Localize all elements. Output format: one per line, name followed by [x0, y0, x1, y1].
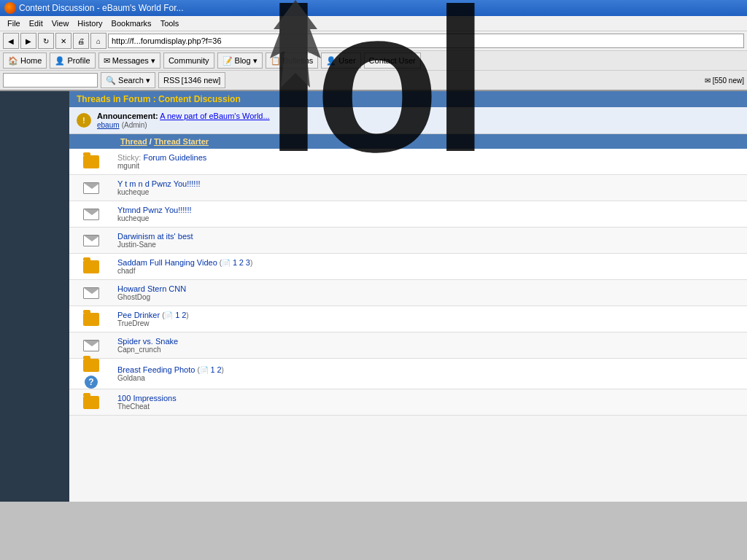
menu-edit[interactable]: Edit	[25, 18, 47, 29]
thread-info: 100 Impressions TheCheat	[113, 391, 747, 413]
thread-starter: GhostDog	[117, 293, 743, 301]
toolbar-icons: ✉ [550 new]	[705, 77, 744, 85]
thread-pages: (📄 1 2 3)	[220, 259, 252, 267]
thread-title: Darwinism at its' best	[117, 232, 743, 241]
thread-info: Y t m n d Pwnz You!!!!!! kucheque	[113, 176, 747, 199]
thread-link[interactable]: Saddam Full Hanging Video	[117, 258, 217, 267]
thread-pages: (📄 1 2)	[162, 311, 188, 319]
sticky-label: Sticky:	[117, 153, 143, 162]
menu-tools[interactable]: Tools	[156, 18, 184, 29]
thread-link[interactable]: Ytmnd Pwnz You!!!!!!	[117, 206, 192, 214]
breadcrumb-forum: Content Discussion	[158, 94, 241, 104]
row-icon	[69, 287, 113, 299]
back-button[interactable]: ◀	[3, 33, 19, 49]
thread-title: Pee Drinker (📄 1 2)	[117, 311, 743, 319]
page-link[interactable]: 2	[217, 365, 221, 374]
row-icon	[69, 340, 113, 351]
address-input[interactable]	[108, 34, 744, 48]
title-bar: Content Discussion - eBaum's World For..…	[0, 0, 747, 16]
thread-starter: chadf	[117, 267, 743, 275]
search-input[interactable]	[3, 73, 98, 88]
thread-info: Sticky: Forum Guidelines mgunit	[113, 150, 747, 173]
row-icon	[69, 260, 113, 273]
search-toolbar: 🔍 Search ▾ RSS [1346 new] ✉ [550 new]	[0, 71, 747, 91]
announcement-label: Announcement:	[97, 112, 158, 120]
thread-list: Sticky: Forum Guidelines mgunit Y t m n …	[69, 149, 747, 416]
envelope-icon	[83, 182, 99, 194]
starter-sort-link[interactable]: Thread Starter	[154, 137, 209, 146]
page-link[interactable]: 1	[175, 311, 179, 319]
menu-history[interactable]: History	[73, 18, 107, 29]
search-button[interactable]: 🔍 Search ▾	[101, 72, 155, 88]
contact-nav-button[interactable]: Contact User	[364, 52, 421, 69]
thread-info: Ytmnd Pwnz You!!!!!! kucheque	[113, 203, 747, 225]
thread-link[interactable]: Breast Feeding Photo	[117, 365, 195, 374]
user-nav-button[interactable]: 👤 User	[321, 52, 360, 69]
thread-link[interactable]: Howard Stern CNN	[117, 284, 186, 293]
thread-link[interactable]: Spider vs. Snake	[117, 337, 178, 346]
page-link[interactable]: 2	[182, 311, 186, 319]
firefox-icon	[4, 2, 16, 14]
address-bar	[108, 34, 744, 48]
announcement-link[interactable]: A new part of eBaum's World...	[160, 112, 269, 120]
thread-info: Saddam Full Hanging Video (📄 1 2 3) chad…	[113, 255, 747, 278]
home-button[interactable]: ⌂	[90, 33, 107, 49]
profile-nav-button[interactable]: 👤 Profile	[50, 52, 95, 69]
page-link[interactable]: 1	[211, 365, 215, 374]
breadcrumb-separator: :	[153, 94, 158, 104]
reload-button[interactable]: ↻	[38, 33, 54, 49]
table-row: Pee Drinker (📄 1 2) TrueDrew	[69, 306, 747, 332]
table-row: Spider vs. Snake Capn_crunch	[69, 332, 747, 359]
thread-link[interactable]: Darwinism at its' best	[117, 232, 193, 241]
bulletins-nav-button[interactable]: 📋 Bulletins	[266, 52, 319, 69]
menu-bookmarks[interactable]: Bookmarks	[107, 18, 156, 29]
rss-button[interactable]: RSS [1346 new]	[158, 72, 225, 88]
thread-info: Howard Stern CNN GhostDog	[113, 281, 747, 304]
menu-bar: File Edit View History Bookmarks Tools	[0, 16, 747, 31]
breadcrumb-prefix: Threads in Forum	[77, 94, 150, 104]
envelope-icon	[83, 235, 99, 246]
row-icon	[69, 182, 113, 194]
thread-info: Pee Drinker (📄 1 2) TrueDrew	[113, 308, 747, 330]
forum-breadcrumb: Threads in Forum : Content Discussion	[69, 91, 747, 107]
folder-hot-icon	[83, 396, 99, 409]
table-row: Sticky: Forum Guidelines mgunit	[69, 149, 747, 175]
stop-button[interactable]: ✕	[55, 33, 71, 49]
forum-content: Threads in Forum : Content Discussion ! …	[69, 91, 747, 502]
thread-column-header: Thread / Thread Starter	[120, 137, 209, 146]
question-icon: ?	[85, 376, 98, 389]
thread-link[interactable]: 100 Impressions	[117, 394, 177, 402]
blog-nav-button[interactable]: 📝 Blog ▾	[217, 52, 263, 69]
menu-file[interactable]: File	[3, 18, 25, 29]
announcement-row: ! Announcement: A new part of eBaum's Wo…	[69, 107, 747, 134]
page-link[interactable]: 1	[233, 258, 237, 267]
thread-title: Spider vs. Snake	[117, 337, 743, 346]
rss-badge: [1346 new]	[182, 76, 221, 85]
community-nav-button[interactable]: Community	[163, 52, 214, 69]
table-row: Ytmnd Pwnz You!!!!!! kucheque	[69, 201, 747, 228]
nav-toolbar: 🏠 Home 👤 Profile ✉ Messages ▾ Community …	[0, 51, 747, 71]
row-icon	[69, 396, 113, 409]
folder-hot-icon	[83, 359, 99, 372]
announcement-role: (Admin)	[122, 121, 147, 129]
thread-title: 100 Impressions	[117, 394, 743, 402]
messages-nav-button[interactable]: ✉ Messages ▾	[98, 52, 160, 69]
print-button[interactable]: 🖨	[73, 33, 89, 49]
forward-button[interactable]: ▶	[20, 33, 36, 49]
home-nav-button[interactable]: 🏠 Home	[3, 52, 47, 69]
thread-starter: kucheque	[117, 214, 743, 222]
thread-starter: mgunit	[117, 162, 743, 170]
page-link[interactable]: 3	[246, 258, 250, 267]
thread-sort-link[interactable]: Thread	[120, 137, 147, 146]
window-title: Content Discussion - eBaum's World For..…	[19, 3, 184, 13]
page-wrapper: Threads in Forum : Content Discussion ! …	[0, 91, 747, 502]
row-icon	[69, 155, 113, 168]
announcement-poster[interactable]: ebaum	[97, 121, 120, 129]
menu-view[interactable]: View	[47, 18, 74, 29]
folder-hot-icon	[83, 155, 99, 168]
thread-link[interactable]: Y t m n d Pwnz You!!!!!!	[117, 179, 201, 188]
row-icon	[69, 235, 113, 246]
page-link[interactable]: 2	[239, 258, 244, 267]
thread-link[interactable]: Forum Guidelines	[143, 153, 206, 162]
thread-link[interactable]: Pee Drinker	[117, 311, 160, 319]
